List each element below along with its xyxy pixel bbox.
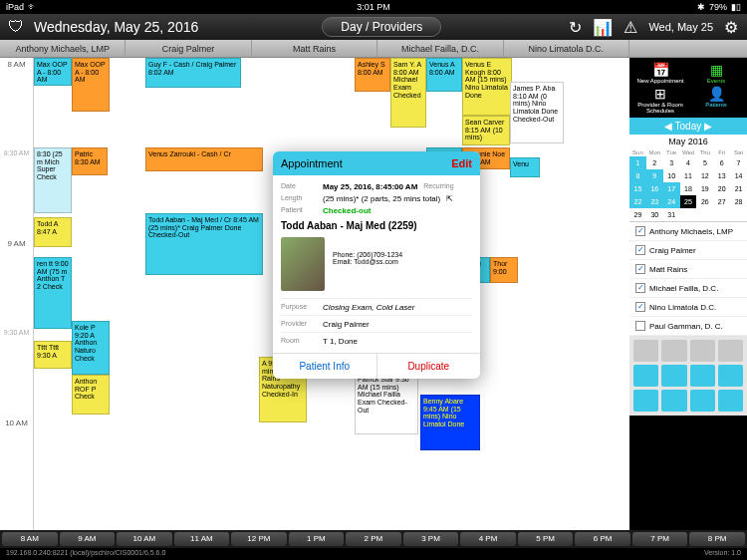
provider-filter-item[interactable]: ✓Craig Palmer <box>629 241 747 260</box>
time-nav-button[interactable]: 5 PM <box>518 532 574 546</box>
time-nav-button[interactable]: 10 AM <box>117 532 172 546</box>
calendar-day[interactable]: 14 <box>730 169 747 182</box>
calendar-day[interactable]: 4 <box>680 156 697 169</box>
appointment-block[interactable]: Ashley S 8:00 AM <box>355 58 390 92</box>
gear-icon[interactable]: ⚙ <box>721 17 741 37</box>
appointment-block[interactable]: Sean Carver 8:15 AM (10 mins) <box>462 116 510 145</box>
room-tile[interactable] <box>690 390 715 412</box>
calendar-day[interactable]: 17 <box>663 182 680 195</box>
appointment-block[interactable]: Venus Zarrouki - Cash / Cr <box>145 147 263 171</box>
appointment-block[interactable]: Patrick Star 9:36 AM (15 mins) Michael F… <box>355 373 418 434</box>
time-nav-button[interactable]: 6 PM <box>575 532 630 546</box>
room-tile[interactable] <box>633 390 658 412</box>
calendar-day[interactable]: 28 <box>730 195 747 208</box>
appointment-block[interactable]: Max OOP A - 8:00 AM <box>72 58 110 112</box>
provider-column-header[interactable]: Craig Palmer <box>125 40 251 57</box>
room-tile[interactable] <box>690 365 715 387</box>
appointment-block[interactable]: Anthon ROF P Check <box>72 375 110 415</box>
view-mode-button[interactable]: Day / Providers <box>322 17 441 37</box>
provider-filter-item[interactable]: Paul Gamman, D. C. <box>629 317 747 336</box>
time-nav-button[interactable]: 2 PM <box>346 532 401 546</box>
calendar-day[interactable]: 1 <box>629 156 646 169</box>
room-tile[interactable] <box>718 365 743 387</box>
calendar-day[interactable]: 18 <box>680 182 697 195</box>
appointment-block[interactable]: Max OOP A - 8:00 AM <box>34 58 72 86</box>
room-tile[interactable] <box>633 365 658 387</box>
time-nav-button[interactable]: 8 PM <box>689 532 745 546</box>
edit-button[interactable]: Edit <box>451 157 472 169</box>
provider-column-header[interactable]: Nino Limatola D.C. <box>504 40 629 57</box>
mini-date[interactable]: Wed, May 25 <box>648 21 713 33</box>
calendar-day[interactable]: 29 <box>629 208 646 221</box>
calendar-day[interactable]: 13 <box>713 169 730 182</box>
appointment-block[interactable]: Todd A 8:47 A <box>34 217 72 247</box>
room-tile[interactable] <box>690 340 715 362</box>
room-tile[interactable] <box>633 340 658 362</box>
refresh-icon[interactable]: ↻ <box>565 17 585 37</box>
appointment-block[interactable]: 8:30 (25 m Mich Super Check <box>34 147 72 213</box>
calendar-day[interactable]: 12 <box>696 169 713 182</box>
appointment-block[interactable]: Venu <box>510 157 540 177</box>
appointment-block[interactable]: Venus E Keogh 8:00 AM (15 mins) Nino Lim… <box>462 58 512 116</box>
calendar-day[interactable]: 31 <box>663 208 680 221</box>
calendar-day[interactable]: 15 <box>629 182 646 195</box>
calendar-day[interactable]: 8 <box>629 169 646 182</box>
calendar-day[interactable]: 6 <box>713 156 730 169</box>
calendar-day[interactable]: 3 <box>663 156 680 169</box>
appointment-block[interactable]: ren tt 9:00 AM (75 m Anthon T 2 Check <box>34 257 72 329</box>
appointment-block[interactable]: Venus A 8:00 AM <box>426 58 462 92</box>
calendar-day[interactable]: 24 <box>663 195 680 208</box>
alert-icon[interactable]: ⚠ <box>621 17 640 37</box>
appointment-block[interactable]: Todd Aaban - Maj Med / Cr 8:45 AM (25 mi… <box>145 213 263 275</box>
calendar-day[interactable]: 25 <box>680 195 697 208</box>
calendar-day[interactable]: 30 <box>646 208 663 221</box>
provider-filter-item[interactable]: ✓Matt Rains <box>629 260 747 279</box>
time-nav-button[interactable]: 3 PM <box>403 532 459 546</box>
provider-column-header[interactable]: Matt Rains <box>252 40 377 57</box>
appointment-block[interactable]: Guy F - Cash / Craig Palmer 8:02 AM <box>145 58 241 88</box>
checkbox-icon[interactable]: ✓ <box>635 245 645 255</box>
calendar-day[interactable]: 19 <box>696 182 713 195</box>
time-nav-button[interactable]: 1 PM <box>289 532 345 546</box>
calendar-day[interactable]: 21 <box>730 182 747 195</box>
time-nav-button[interactable]: 9 AM <box>60 532 116 546</box>
checkbox-icon[interactable]: ✓ <box>635 226 645 236</box>
appointment-block[interactable]: Tttt Tttt 9:30 A <box>34 341 72 369</box>
provider-column-header[interactable]: Michael Failla, D.C. <box>377 40 503 57</box>
appointment-block[interactable]: Benny Abare 9:45 AM (15 mins) Nino Limat… <box>420 395 480 450</box>
calendar-day[interactable]: 11 <box>680 169 697 182</box>
provider-filter-item[interactable]: ✓Nino Limatola D.C. <box>629 298 747 317</box>
time-nav-button[interactable]: 12 PM <box>231 532 287 546</box>
provider-filter-item[interactable]: ✓Anthony Michaels, LMP <box>629 222 747 241</box>
appointment-block[interactable]: Thor 9:00 <box>490 257 518 283</box>
checkbox-icon[interactable] <box>635 321 645 331</box>
stats-icon[interactable]: 📊 <box>593 17 613 37</box>
calendar-day[interactable]: 16 <box>646 182 663 195</box>
calendar-day[interactable]: 7 <box>730 156 747 169</box>
appointment-block[interactable]: Sam Y. A 8:00 AM Michael Exam Checked <box>390 58 426 128</box>
calendar-day[interactable]: 22 <box>629 195 646 208</box>
schedules-button[interactable]: ⊞Provider & Room Schedules <box>633 86 687 114</box>
room-tile[interactable] <box>661 340 686 362</box>
checkbox-icon[interactable]: ✓ <box>635 283 645 293</box>
provider-column-header[interactable]: Anthony Michaels, LMP <box>0 40 125 57</box>
time-nav-button[interactable]: 8 AM <box>2 532 58 546</box>
appointment-block[interactable]: James P. Aba 8:10 AM (0 mins) Nino Limat… <box>510 82 564 143</box>
calendar-day[interactable]: 20 <box>713 182 730 195</box>
duplicate-button[interactable]: Duplicate <box>376 354 481 379</box>
calendar-day[interactable]: 9 <box>646 169 663 182</box>
export-icon[interactable]: ⇱ <box>446 194 453 203</box>
room-tile[interactable] <box>718 340 743 362</box>
checkbox-icon[interactable]: ✓ <box>635 302 645 312</box>
time-nav-button[interactable]: 4 PM <box>460 532 516 546</box>
room-tile[interactable] <box>718 390 743 412</box>
calendar-day[interactable]: 10 <box>663 169 680 182</box>
time-nav-button[interactable]: 7 PM <box>632 532 688 546</box>
checkbox-icon[interactable]: ✓ <box>635 264 645 274</box>
appointment-block[interactable]: Kole P 9:20 A Anthon Naturo Check <box>72 321 110 375</box>
room-tile[interactable] <box>661 390 686 412</box>
patients-button[interactable]: 👤Patients <box>689 86 743 114</box>
patient-info-button[interactable]: Patient Info <box>273 354 376 379</box>
room-tile[interactable] <box>661 365 686 387</box>
new-appointment-button[interactable]: 📅New Appointment <box>633 62 687 84</box>
